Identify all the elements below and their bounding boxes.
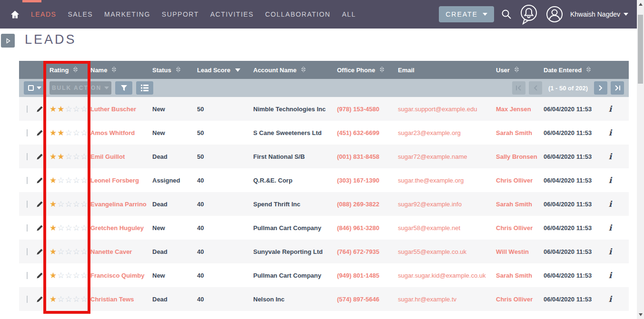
row-checkbox[interactable]: [27, 106, 28, 113]
vertical-scrollbar[interactable]: [637, 0, 644, 319]
email-link[interactable]: sugar.support@example.edu: [398, 106, 477, 113]
rating-stars[interactable]: ★☆☆☆☆: [48, 271, 89, 280]
user-link[interactable]: Chris Olliver: [496, 177, 533, 184]
rating-stars[interactable]: ★★☆☆☆: [48, 104, 89, 114]
avatar-icon[interactable]: [545, 5, 564, 23]
office-phone-link[interactable]: (846) 961-3280: [337, 224, 379, 232]
row-checkbox[interactable]: [27, 177, 28, 184]
create-button[interactable]: CREATE: [439, 6, 494, 22]
last-page-button[interactable]: [611, 81, 624, 95]
rating-stars[interactable]: ★★☆☆☆: [48, 152, 89, 162]
user-link[interactable]: Sarah Smith: [496, 272, 532, 279]
filter-button[interactable]: [115, 81, 132, 95]
nav-item-activities[interactable]: ACTIVITIES: [210, 10, 254, 18]
scroll-up-arrow[interactable]: [637, 1, 644, 8]
info-icon[interactable]: i: [600, 294, 619, 304]
row-checkbox[interactable]: [27, 129, 28, 136]
edit-record-button[interactable]: [34, 129, 48, 136]
row-checkbox[interactable]: [27, 248, 28, 255]
column-header-account-name[interactable]: Account Name: [251, 66, 335, 74]
user-link[interactable]: Will Westin: [496, 248, 529, 255]
edit-record-button[interactable]: [34, 106, 48, 113]
info-icon[interactable]: i: [600, 104, 619, 114]
notifications-icon[interactable]: [519, 3, 539, 25]
column-header-rating[interactable]: Rating: [48, 66, 89, 74]
choose-columns-button[interactable]: [136, 81, 153, 95]
user-link[interactable]: Max Jensen: [496, 106, 531, 113]
search-icon[interactable]: [501, 9, 512, 20]
nav-item-support[interactable]: SUPPORT: [162, 10, 199, 18]
sidebar-toggle-button[interactable]: [1, 34, 15, 48]
office-phone-link[interactable]: (303) 167-1390: [337, 177, 379, 184]
column-header-date-entered[interactable]: Date Entered: [542, 66, 600, 74]
info-icon[interactable]: i: [600, 247, 619, 256]
info-icon[interactable]: i: [600, 175, 619, 185]
info-icon[interactable]: i: [600, 223, 619, 232]
scrollbar-thumb[interactable]: [638, 15, 643, 84]
row-checkbox[interactable]: [27, 201, 28, 208]
column-header-lead-score[interactable]: Lead Score: [195, 67, 251, 74]
select-all-dropdown[interactable]: [24, 81, 46, 95]
lead-name-link[interactable]: Gretchen Huguley: [90, 224, 144, 232]
office-phone-link[interactable]: (451) 632-6699: [337, 129, 379, 136]
previous-page-button[interactable]: [529, 81, 542, 95]
email-link[interactable]: sugar92@example.info: [398, 201, 462, 208]
rating-stars[interactable]: ★★☆☆☆: [48, 128, 89, 138]
office-phone-link[interactable]: (949) 801-1485: [337, 272, 379, 279]
lead-name-link[interactable]: Emil Guillot: [90, 153, 125, 160]
lead-name-link[interactable]: Christian Tews: [90, 296, 134, 303]
lead-name-link[interactable]: Luther Buscher: [90, 106, 136, 113]
edit-record-button[interactable]: [34, 296, 48, 303]
edit-record-button[interactable]: [34, 248, 48, 255]
column-header-user[interactable]: User: [494, 66, 542, 74]
user-menu[interactable]: Khwaish Nagdev: [570, 10, 628, 18]
column-header-office-phone[interactable]: Office Phone: [335, 66, 396, 74]
nav-item-leads[interactable]: LEADS: [31, 10, 56, 18]
email-link[interactable]: sugar55@example.co.uk: [398, 248, 466, 255]
lead-name-link[interactable]: Leonel Forsberg: [90, 177, 139, 184]
office-phone-link[interactable]: (574) 897-5646: [337, 296, 379, 303]
edit-record-button[interactable]: [34, 201, 48, 208]
user-link[interactable]: Chris Olliver: [496, 296, 533, 303]
rating-stars[interactable]: ★☆☆☆☆: [48, 199, 89, 209]
user-link[interactable]: Sarah Smith: [496, 129, 532, 136]
email-link[interactable]: sugar.sugar.kid@example.co.uk: [398, 272, 485, 279]
bulk-action-button[interactable]: BULK ACTION: [50, 81, 111, 95]
column-header-email[interactable]: Email: [396, 67, 494, 74]
nav-item-marketing[interactable]: MARKETING: [104, 10, 150, 18]
rating-stars[interactable]: ★☆☆☆☆: [48, 247, 89, 257]
info-icon[interactable]: i: [600, 271, 619, 280]
email-link[interactable]: sugar.hr@example.tv: [398, 296, 456, 303]
row-checkbox[interactable]: [27, 153, 28, 160]
email-link[interactable]: sugar58@example.net: [398, 224, 460, 232]
scroll-down-arrow[interactable]: [637, 311, 644, 318]
lead-name-link[interactable]: Nanette Caver: [90, 248, 132, 255]
info-icon[interactable]: i: [600, 152, 619, 161]
office-phone-link[interactable]: (088) 269-3822: [337, 201, 379, 208]
row-checkbox[interactable]: [27, 296, 28, 303]
nav-item-collaboration[interactable]: COLLABORATION: [265, 10, 331, 18]
lead-name-link[interactable]: Evangelina Parrino: [90, 201, 147, 208]
office-phone-link[interactable]: (764) 672-7935: [337, 248, 379, 255]
user-link[interactable]: Chris Olliver: [496, 224, 533, 232]
column-header-name[interactable]: Name: [89, 66, 150, 74]
edit-record-button[interactable]: [34, 272, 48, 279]
user-link[interactable]: Sarah Smith: [496, 201, 532, 208]
office-phone-link[interactable]: (978) 153-4580: [337, 106, 379, 113]
email-link[interactable]: sugar23@example.org: [398, 129, 461, 136]
info-icon[interactable]: i: [600, 199, 619, 209]
edit-record-button[interactable]: [34, 153, 48, 160]
home-icon[interactable]: [10, 10, 20, 19]
edit-record-button[interactable]: [34, 177, 48, 184]
info-icon[interactable]: i: [600, 128, 619, 137]
row-checkbox[interactable]: [27, 272, 28, 279]
rating-stars[interactable]: ★☆☆☆☆: [48, 223, 89, 233]
rating-stars[interactable]: ★☆☆☆☆: [48, 294, 89, 304]
lead-name-link[interactable]: Amos Whitford: [90, 129, 135, 136]
row-checkbox[interactable]: [27, 224, 28, 232]
user-link[interactable]: Sally Bronsen: [496, 153, 537, 160]
lead-name-link[interactable]: Francisco Quimby: [90, 272, 144, 279]
email-link[interactable]: sugar72@example.name: [398, 153, 467, 160]
nav-item-sales[interactable]: SALES: [68, 10, 93, 18]
office-phone-link[interactable]: (001) 831-8458: [337, 153, 379, 160]
